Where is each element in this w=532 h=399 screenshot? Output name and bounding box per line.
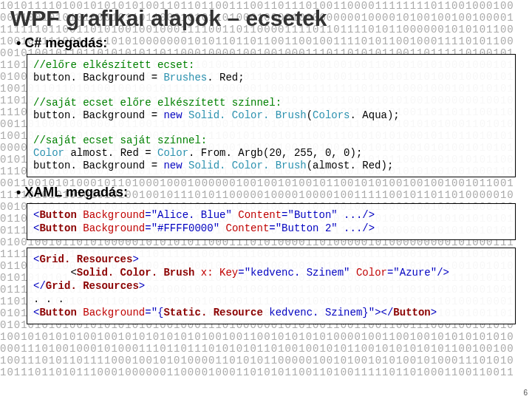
xaml-value: kedvenc. Szinem bbox=[263, 307, 362, 318]
xaml-value: ="Alice. Blue" bbox=[145, 209, 232, 221]
code-type: Color bbox=[157, 147, 188, 159]
xaml-tag: Button bbox=[393, 307, 430, 318]
xaml-tag: Solid. Color. Brush bbox=[77, 267, 195, 279]
code-text: button. Background = bbox=[33, 160, 163, 171]
code-block-xaml-2: <Grid. Resources> <Solid. Color. Brush x… bbox=[27, 248, 516, 324]
code-keyword: new bbox=[163, 109, 182, 121]
xaml-tag: Button bbox=[39, 307, 76, 318]
xaml-bracket: > bbox=[139, 280, 145, 292]
xaml-bracket: /> bbox=[437, 267, 449, 279]
code-block-xaml-1: <Button Background="Alice. Blue" Content… bbox=[27, 203, 516, 240]
code-keyword: new bbox=[163, 160, 182, 171]
xaml-value: ="kedvenc. Szinem" bbox=[238, 267, 349, 279]
xaml-attr: x: Key bbox=[201, 267, 238, 279]
code-text: almost. Red = bbox=[64, 147, 157, 159]
code-type: Color bbox=[33, 147, 64, 159]
xaml-bracket: > bbox=[132, 253, 138, 265]
code-text: . . . bbox=[33, 293, 64, 305]
xaml-tag: Button bbox=[39, 222, 76, 234]
xaml-bracket: </ bbox=[33, 280, 46, 292]
xaml-value: ="Button 2" bbox=[269, 222, 337, 234]
xaml-bracket: .../> bbox=[338, 222, 375, 234]
code-text: ( bbox=[307, 109, 313, 121]
code-text: (almost. Red); bbox=[307, 160, 394, 171]
section-label-xaml: XAML megadás: bbox=[16, 185, 522, 200]
section-label-csharp: C# megadás: bbox=[16, 35, 522, 51]
xaml-bracket: ></ bbox=[375, 307, 393, 318]
xaml-bracket: .../> bbox=[338, 209, 375, 221]
xaml-attr: Background bbox=[83, 209, 145, 221]
code-type: Colors bbox=[313, 109, 349, 121]
code-text bbox=[77, 209, 83, 221]
xaml-attr: Content bbox=[238, 209, 282, 221]
code-text bbox=[350, 267, 356, 279]
code-text bbox=[77, 222, 83, 234]
xaml-value: ="Azure" bbox=[387, 267, 437, 279]
code-indent: < bbox=[33, 267, 77, 279]
code-block-csharp: //előre elkészített ecset: button. Backg… bbox=[27, 54, 516, 177]
code-comment: //saját ecset saját színnel: bbox=[33, 134, 207, 146]
code-type: Solid. Color. Brush bbox=[188, 109, 307, 121]
code-text: button. Background = bbox=[33, 109, 163, 121]
xaml-value: ="{ bbox=[145, 307, 163, 318]
xaml-value: ="#FFFF0000" bbox=[145, 222, 219, 234]
code-text bbox=[194, 267, 200, 279]
code-text: . Red; bbox=[207, 72, 244, 83]
xaml-tag: Grid. Resources bbox=[46, 280, 139, 292]
xaml-tag: Grid. Resources bbox=[39, 253, 132, 265]
slide-title: WPF grafikai alapok – ecsetek bbox=[10, 6, 522, 31]
xaml-attr: Background bbox=[83, 222, 145, 234]
xaml-value: }" bbox=[362, 307, 375, 318]
code-text bbox=[183, 109, 188, 121]
code-type: Brushes bbox=[163, 72, 207, 83]
slide-content: WPF grafikai alapok – ecsetek C# megadás… bbox=[0, 0, 532, 324]
code-type: Solid. Color. Brush bbox=[188, 160, 307, 171]
code-text bbox=[77, 307, 83, 318]
xaml-attr: Background bbox=[83, 307, 145, 318]
code-comment: //saját ecset előre elkészített színnel: bbox=[33, 97, 282, 109]
xaml-bracket: > bbox=[431, 307, 437, 318]
code-text bbox=[183, 160, 188, 171]
xaml-value: ="Button" bbox=[282, 209, 338, 221]
xaml-attr: Content bbox=[225, 222, 269, 234]
page-number: 6 bbox=[523, 389, 528, 397]
code-text: button. Background = bbox=[33, 72, 163, 83]
code-comment: //előre elkészített ecset: bbox=[33, 59, 194, 71]
xaml-attr: Color bbox=[356, 267, 387, 279]
xaml-tag: Button bbox=[39, 209, 76, 221]
xaml-ext: Static. Resource bbox=[163, 307, 262, 318]
code-text: . Aqua); bbox=[350, 109, 400, 121]
code-text: . From. Argb(20, 255, 0, 0); bbox=[188, 147, 362, 159]
